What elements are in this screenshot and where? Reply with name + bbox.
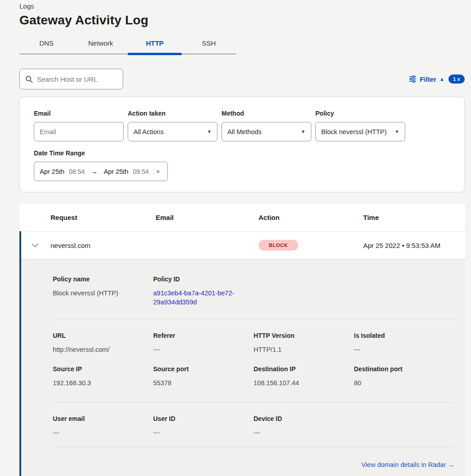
search-icon (25, 75, 33, 83)
tab-network[interactable]: Network (74, 35, 128, 54)
chevron-down-icon: ▼ (395, 129, 399, 134)
chevron-down-icon (32, 243, 38, 247)
detail-http-version: HTTP Version HTTP/1.1 (254, 332, 354, 354)
detail-policy-id: Policy ID a91c3eb4-ba7a-4201-be72-29a934… (153, 275, 254, 307)
email-filter-input[interactable] (40, 128, 118, 135)
action-taken-label: Action taken (128, 110, 217, 117)
table-header-row: Request Email Action Time (19, 204, 465, 231)
start-date: Apr 25th (40, 168, 65, 175)
detail-device-id: Device ID --- (254, 415, 354, 437)
chevron-down-icon: ▼ (301, 129, 305, 134)
filter-label: Filter (420, 75, 436, 83)
row-chevron-cell[interactable] (19, 243, 51, 247)
detail-user-email: User email --- (53, 415, 153, 437)
column-header-request: Request (51, 214, 156, 221)
filter-group: Filter ▲ 1 x (409, 75, 465, 84)
filter-field-method: Method All Methods ▼ (222, 110, 311, 141)
detail-source-port: Source port 55378 (153, 365, 254, 387)
filter-field-policy: Policy Block neverssl (HTTP) ▼ (315, 110, 405, 141)
action-taken-select[interactable]: All Actions ▼ (128, 122, 217, 141)
collapse-caret-icon: ▲ (439, 76, 444, 82)
detail-source-ip: Source IP 192.168.30.3 (53, 365, 153, 387)
toolbar: Filter ▲ 1 x (19, 69, 465, 89)
filter-panel: Email Action taken All Actions ▼ Method … (19, 97, 465, 192)
method-label: Method (222, 110, 311, 117)
search-input[interactable] (37, 75, 127, 83)
end-date: Apr 25th (104, 168, 129, 175)
search-box[interactable] (19, 69, 123, 89)
detail-url: URL http://neverssl.com/ (53, 332, 153, 354)
row-time: Apr 25 2022 • 9:53:53 AM (363, 242, 465, 249)
column-header-action: Action (259, 214, 363, 221)
radar-details-link[interactable]: View domain details in Radar → (361, 461, 454, 468)
column-header-time: Time (363, 214, 465, 221)
expanded-log-entry: neverssl.com BLOCK Apr 25 2022 • 9:53:53… (19, 231, 465, 476)
policy-select[interactable]: Block neverssl (HTTP) ▼ (315, 122, 405, 141)
activity-log-table: Request Email Action Time neverssl.com B… (19, 204, 465, 476)
policy-value: Block neverssl (HTTP) (321, 128, 387, 135)
detail-user-id: User ID --- (153, 415, 254, 437)
tab-http[interactable]: HTTP (128, 35, 182, 54)
method-select[interactable]: All Methods ▼ (222, 122, 311, 141)
table-row[interactable]: neverssl.com BLOCK Apr 25 2022 • 9:53:53… (19, 231, 465, 259)
tab-ssh[interactable]: SSH (182, 35, 236, 54)
log-detail-panel: Policy name Block neverssl (HTTP) Policy… (19, 259, 465, 476)
date-range-picker[interactable]: Apr 25th 08:54 → Apr 25th 09:54 × (34, 162, 168, 181)
policy-label: Policy (315, 110, 405, 117)
action-taken-value: All Actions (134, 128, 164, 135)
arrow-right-icon: → (89, 168, 99, 176)
filter-count-badge[interactable]: 1 x (448, 75, 465, 84)
end-time: 09:54 (133, 168, 149, 175)
detail-policy-name: Policy name Block neverssl (HTTP) (53, 275, 153, 307)
tab-dns[interactable]: DNS (19, 35, 74, 54)
detail-referer: Referer --- (153, 332, 254, 354)
detail-destination-port: Destination port 80 (354, 365, 455, 387)
row-request: neverssl.com (51, 242, 156, 249)
tab-strip: DNS Network HTTP SSH (19, 35, 236, 54)
filter-field-date-range: Date Time Range Apr 25th 08:54 → Apr 25t… (34, 149, 168, 181)
date-range-label: Date Time Range (34, 149, 168, 157)
detail-destination-ip: Destination IP 108.156.107.44 (254, 365, 354, 387)
filter-sliders-icon (409, 75, 416, 83)
filter-field-action-taken: Action taken All Actions ▼ (128, 110, 217, 141)
filter-button[interactable]: Filter ▲ (409, 75, 444, 83)
method-value: All Methods (227, 128, 262, 135)
detail-is-isolated: Is Isolated --- (354, 332, 455, 354)
policy-id-link[interactable]: a91c3eb4-ba7a-4201-be72-29a934dd359d (153, 289, 242, 307)
start-time: 08:54 (69, 168, 85, 175)
breadcrumb[interactable]: Logs (19, 0, 465, 10)
clear-date-range-icon[interactable]: × (156, 168, 160, 175)
chevron-down-icon: ▼ (207, 129, 212, 134)
column-header-email: Email (156, 214, 259, 221)
page-title: Gateway Activity Log (19, 13, 465, 28)
filter-field-email: Email (34, 110, 124, 141)
block-status-badge: BLOCK (259, 240, 298, 251)
email-filter-label: Email (34, 110, 124, 117)
